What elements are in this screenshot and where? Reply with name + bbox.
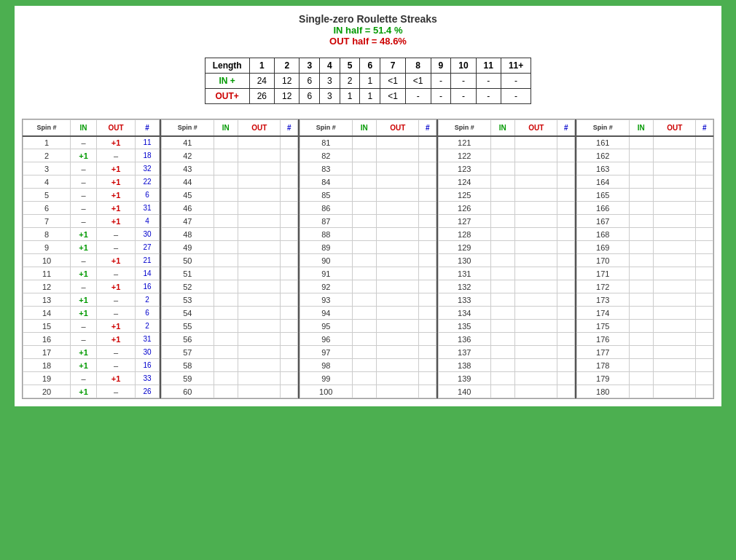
table-row: 55 bbox=[162, 320, 298, 333]
col-header-3: # bbox=[696, 120, 713, 136]
table-row: 83 bbox=[300, 162, 436, 176]
table-row: 88 bbox=[300, 228, 436, 241]
col-header-0: Spin # bbox=[23, 120, 71, 136]
table-row: 98 bbox=[300, 359, 436, 372]
table-row: 3–+132 bbox=[23, 162, 160, 176]
out-val-6: <1 bbox=[380, 89, 406, 104]
col-header-2: OUT bbox=[377, 120, 419, 136]
table-row: 96 bbox=[300, 333, 436, 346]
out-val-11: - bbox=[501, 89, 531, 104]
in-val-9: - bbox=[451, 74, 476, 89]
out-val-5: 1 bbox=[360, 89, 380, 104]
table-row: 57 bbox=[162, 346, 298, 359]
table-row: 127 bbox=[439, 215, 575, 228]
table-row: 136 bbox=[439, 333, 575, 346]
table-row: 49 bbox=[162, 241, 298, 254]
table-row: 177 bbox=[577, 346, 713, 359]
col-header-2: OUT bbox=[515, 120, 557, 136]
table-row: 56 bbox=[162, 333, 298, 346]
out-label: OUT+ bbox=[205, 89, 249, 104]
summary-header-5: 5 bbox=[340, 58, 360, 74]
summary-header-1: 1 bbox=[249, 58, 274, 74]
table-row: 95 bbox=[300, 320, 436, 333]
table-row: 169 bbox=[577, 241, 713, 254]
col-header-1: IN bbox=[214, 120, 238, 136]
spin-block-1: Spin #INOUT#4142434445464748495051525354… bbox=[161, 119, 300, 398]
table-row: 171 bbox=[577, 267, 713, 280]
out-half-title: OUT half = 48.6% bbox=[22, 36, 714, 47]
out-val-7: - bbox=[405, 89, 431, 104]
spin-table-4: Spin #INOUT#1611621631641651661671681691… bbox=[576, 119, 713, 398]
table-row: 5–+16 bbox=[23, 189, 160, 202]
table-row: 9+1–27 bbox=[23, 241, 160, 254]
table-row: 16–+131 bbox=[23, 333, 160, 346]
table-row: 166 bbox=[577, 202, 713, 215]
table-row: 85 bbox=[300, 189, 436, 202]
table-row: 124 bbox=[439, 176, 575, 189]
in-val-1: 12 bbox=[275, 74, 300, 89]
summary-header-8: 8 bbox=[405, 58, 431, 74]
table-row: 165 bbox=[577, 189, 713, 202]
spin-table-2: Spin #INOUT#8182838485868788899091929394… bbox=[300, 119, 436, 398]
table-row: 86 bbox=[300, 202, 436, 215]
summary-header-2: 2 bbox=[275, 58, 300, 74]
table-row: 170 bbox=[577, 254, 713, 267]
table-row: 123 bbox=[439, 162, 575, 176]
spin-grid: Spin #INOUT#1–+1112+1–183–+1324–+1225–+1… bbox=[22, 119, 714, 399]
table-row: 94 bbox=[300, 307, 436, 320]
table-row: 84 bbox=[300, 176, 436, 189]
table-row: 45 bbox=[162, 189, 298, 202]
col-header-1: IN bbox=[71, 120, 97, 136]
table-row: 7–+14 bbox=[23, 215, 160, 228]
in-val-2: 6 bbox=[300, 74, 320, 89]
table-row: 163 bbox=[577, 162, 713, 176]
page-container: Single-zero Roulette Streaks IN half = 5… bbox=[15, 6, 721, 406]
table-row: 8+1–30 bbox=[23, 228, 160, 241]
table-row: 174 bbox=[577, 307, 713, 320]
col-header-1: IN bbox=[629, 120, 654, 136]
table-row: 15–+12 bbox=[23, 320, 160, 333]
col-header-0: Spin # bbox=[577, 120, 630, 136]
table-row: 17+1–30 bbox=[23, 346, 160, 359]
table-row: 122 bbox=[439, 149, 575, 162]
table-row: 12–+116 bbox=[23, 280, 160, 293]
table-row: 89 bbox=[300, 241, 436, 254]
spin-table-3: Spin #INOUT#1211221231241251261271281291… bbox=[438, 119, 575, 398]
spin-block-2: Spin #INOUT#8182838485868788899091929394… bbox=[300, 119, 438, 398]
table-row: 140 bbox=[439, 385, 575, 398]
table-row: 6–+131 bbox=[23, 202, 160, 215]
table-row: 81 bbox=[300, 136, 436, 149]
table-row: 18+1–16 bbox=[23, 359, 160, 372]
in-val-7: <1 bbox=[405, 74, 431, 89]
in-val-8: - bbox=[431, 74, 451, 89]
table-row: 97 bbox=[300, 346, 436, 359]
summary-header-0: Length bbox=[205, 58, 249, 74]
in-val-4: 2 bbox=[340, 74, 360, 89]
table-row: 176 bbox=[577, 333, 713, 346]
in-half-title: IN half = 51.4 % bbox=[22, 25, 714, 36]
spin-block-4: Spin #INOUT#1611621631641651661671681691… bbox=[576, 119, 713, 398]
table-row: 50 bbox=[162, 254, 298, 267]
table-row: 59 bbox=[162, 372, 298, 385]
table-row: 14+1–6 bbox=[23, 307, 160, 320]
table-row: 130 bbox=[439, 254, 575, 267]
col-header-3: # bbox=[281, 120, 298, 136]
table-row: 20+1–26 bbox=[23, 385, 160, 398]
table-row: 52 bbox=[162, 280, 298, 293]
col-header-0: Spin # bbox=[300, 120, 353, 136]
table-row: 135 bbox=[439, 320, 575, 333]
in-val-10: - bbox=[476, 74, 501, 89]
col-header-3: # bbox=[557, 120, 575, 136]
table-row: 138 bbox=[439, 359, 575, 372]
table-row: 54 bbox=[162, 307, 298, 320]
table-row: 41 bbox=[162, 136, 298, 149]
out-val-1: 12 bbox=[275, 89, 300, 104]
col-header-3: # bbox=[136, 120, 160, 136]
col-header-0: Spin # bbox=[162, 120, 214, 136]
table-row: 161 bbox=[577, 136, 713, 149]
table-row: 4–+122 bbox=[23, 176, 160, 189]
table-row: 128 bbox=[439, 228, 575, 241]
table-row: 131 bbox=[439, 267, 575, 280]
table-row: 100 bbox=[300, 385, 436, 398]
table-row: 2+1–18 bbox=[23, 149, 160, 162]
